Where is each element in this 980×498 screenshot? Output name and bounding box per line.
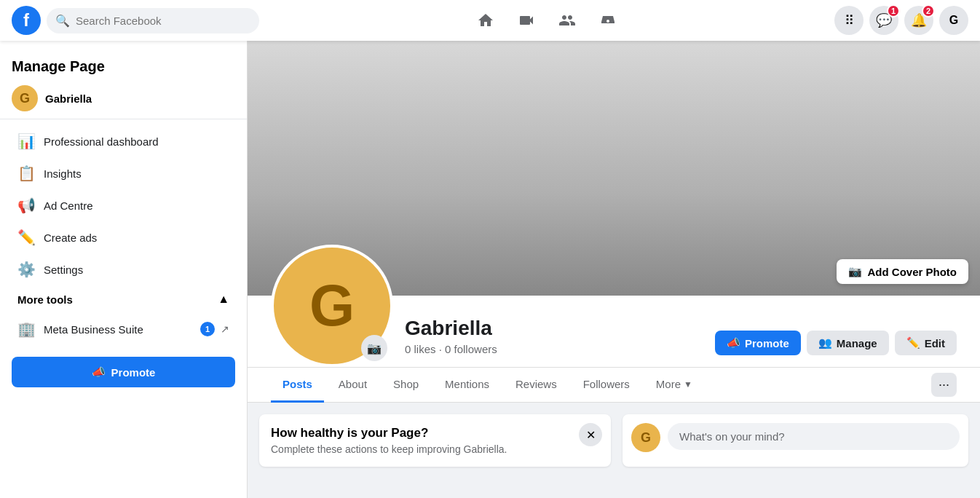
messenger-button[interactable]: 💬 1 [869, 6, 898, 35]
tab-mentions[interactable]: Mentions [433, 368, 501, 403]
tab-reviews[interactable]: Reviews [504, 368, 569, 403]
edit-button[interactable]: ✏️ Edit [895, 331, 957, 355]
facebook-logo[interactable]: f [12, 6, 41, 35]
post-user-avatar: G [631, 423, 660, 452]
home-nav-button[interactable] [468, 3, 503, 38]
add-cover-label: Add Cover Photo [868, 266, 957, 278]
tab-posts[interactable]: Posts [271, 368, 324, 403]
sidebar-user: G Gabriella [0, 78, 247, 119]
meta-business-left: 🏢 Meta Business Suite [17, 320, 143, 338]
meta-business-icon: 🏢 [17, 320, 35, 338]
messenger-badge: 1 [887, 4, 900, 17]
health-card-close-button[interactable]: ✕ [579, 423, 602, 446]
tab-more-label: More [656, 378, 681, 390]
tab-followers-label: Followers [583, 378, 630, 390]
sidebar-promote-label: Promote [111, 366, 156, 379]
camera-icon: 📷 [848, 265, 862, 278]
search-bar[interactable]: 🔍 [47, 8, 259, 33]
chevron-up-icon: ▲ [218, 293, 229, 306]
profile-info: Gabriella 0 likes · 0 followers [405, 317, 715, 367]
promote-btn-label: Promote [745, 337, 789, 349]
promote-btn-icon: 📣 [727, 336, 740, 349]
health-card-title: How healthy is your Page? [271, 426, 599, 440]
tab-shop-label: Shop [393, 378, 419, 390]
sidebar-username: Gabriella [45, 92, 92, 105]
topnav: f 🔍 ⠿ 💬 1 🔔 2 G [0, 0, 980, 41]
sidebar-item-professional-dashboard[interactable]: 📊 Professional dashboard [6, 125, 241, 157]
meta-business-badge: 1 [200, 322, 215, 336]
promote-button[interactable]: 📣 Promote [715, 331, 801, 355]
video-nav-button[interactable] [509, 3, 544, 38]
sidebar-item-create-ads[interactable]: ✏️ Create ads [6, 221, 241, 253]
topnav-center [259, 3, 834, 38]
tab-shop[interactable]: Shop [382, 368, 430, 403]
health-card: How healthy is your Page? Complete these… [259, 414, 611, 467]
health-card-description: Complete these actions to keep improving… [271, 443, 599, 455]
notifications-button[interactable]: 🔔 2 [904, 6, 933, 35]
sidebar-item-professional-dashboard-label: Professional dashboard [44, 135, 159, 148]
sidebar-user-avatar: G [12, 85, 38, 111]
sidebar-title: Manage Page [0, 52, 247, 78]
sidebar-item-ad-centre-label: Ad Centre [44, 199, 93, 212]
insights-icon: 📋 [17, 165, 35, 182]
chevron-down-icon: ▼ [684, 379, 692, 390]
add-cover-photo-button[interactable]: 📷 Add Cover Photo [837, 259, 969, 284]
profile-stats: 0 likes · 0 followers [405, 343, 715, 355]
profile-name: Gabriella [405, 317, 715, 340]
layout: Manage Page G Gabriella 📊 Professional d… [0, 41, 980, 498]
sidebar: Manage Page G Gabriella 📊 Professional d… [0, 41, 248, 498]
dashboard-icon: 📊 [17, 133, 35, 150]
people-nav-button[interactable] [550, 3, 585, 38]
tab-reviews-label: Reviews [515, 378, 557, 390]
sidebar-item-settings-label: Settings [44, 264, 83, 276]
meta-business-label: Meta Business Suite [44, 323, 143, 336]
topnav-right: ⠿ 💬 1 🔔 2 G [834, 6, 968, 35]
more-tools-label: More tools [17, 293, 73, 306]
ad-centre-icon: 📢 [17, 197, 35, 214]
tab-followers[interactable]: Followers [572, 368, 641, 403]
tab-posts-label: Posts [282, 378, 312, 390]
sidebar-item-meta-business[interactable]: 🏢 Meta Business Suite 1 ↗ [6, 313, 241, 345]
sidebar-item-ad-centre[interactable]: 📢 Ad Centre [6, 189, 241, 221]
sidebar-item-insights-label: Insights [44, 167, 82, 180]
post-box: G What's on your mind? [623, 414, 968, 467]
create-ads-icon: ✏️ [17, 229, 35, 246]
profile-avatar-wrap: G 📷 [271, 245, 393, 367]
search-input[interactable] [76, 15, 250, 27]
tabs-bar: Posts About Shop Mentions Reviews Follow… [248, 368, 980, 403]
sidebar-item-insights[interactable]: 📋 Insights [6, 157, 241, 189]
main-content: 📷 Add Cover Photo G 📷 Gabriella 0 likes … [248, 41, 980, 498]
manage-label: Manage [837, 337, 877, 349]
tab-about-label: About [339, 378, 367, 390]
settings-icon: ⚙️ [17, 261, 35, 278]
manage-button[interactable]: 👥 Manage [807, 331, 889, 355]
tab-more-options-button[interactable]: ··· [931, 373, 957, 397]
notifications-badge: 2 [922, 4, 935, 17]
tab-about[interactable]: About [327, 368, 379, 403]
feed-area: How healthy is your Page? Complete these… [248, 403, 980, 478]
profile-section: G 📷 Gabriella 0 likes · 0 followers 📣 Pr… [248, 296, 980, 368]
post-input[interactable]: What's on your mind? [668, 423, 960, 450]
sidebar-promote-button[interactable]: 📣 Promote [12, 357, 235, 387]
profile-actions: 📣 Promote 👥 Manage ✏️ Edit [715, 331, 957, 367]
topnav-left: f 🔍 [12, 6, 259, 35]
more-tools-header[interactable]: More tools ▲ [6, 285, 241, 313]
sidebar-item-settings[interactable]: ⚙️ Settings [6, 253, 241, 285]
user-avatar-button[interactable]: G [939, 6, 968, 35]
sidebar-item-create-ads-label: Create ads [44, 232, 97, 244]
external-link-icon: ↗ [221, 323, 229, 335]
promote-icon: 📣 [92, 365, 106, 379]
tab-mentions-label: Mentions [445, 378, 489, 390]
manage-icon: 👥 [818, 336, 832, 349]
edit-label: Edit [925, 337, 945, 349]
search-icon: 🔍 [55, 14, 70, 28]
tab-more[interactable]: More ▼ [644, 368, 704, 403]
edit-icon: ✏️ [906, 336, 920, 349]
profile-camera-button[interactable]: 📷 [361, 335, 387, 361]
marketplace-nav-button[interactable] [590, 3, 625, 38]
grid-menu-button[interactable]: ⠿ [834, 6, 864, 35]
